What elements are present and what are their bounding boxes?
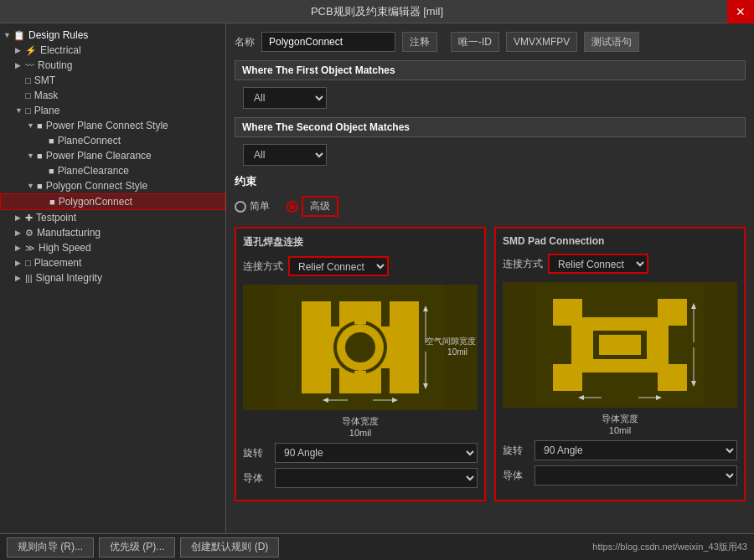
smd-pad-col: SMD Pad Connection 连接方式 Relief Connect: [494, 227, 746, 501]
tree-label: Signal Integrity: [36, 272, 102, 284]
tree-item-power-plane-connect[interactable]: ▼ ■ Power Plane Connect Style: [0, 118, 225, 133]
uid-label: 唯一-ID: [451, 32, 499, 52]
tree-item-mask[interactable]: □ Mask: [0, 88, 225, 103]
signal-integrity-icon: |||: [25, 273, 33, 283]
tree-item-high-speed[interactable]: ▶ ≫ High Speed: [0, 240, 225, 255]
tree-item-placement[interactable]: ▶ □ Placement: [0, 255, 225, 270]
uid-value: VMVXMFPV: [506, 32, 577, 52]
rotation-select2[interactable]: 90 Angle: [535, 440, 737, 460]
first-match-select[interactable]: All: [243, 87, 327, 109]
manufacturing-icon: ⚙: [25, 228, 34, 239]
tree-label: PlaneClearance: [58, 165, 129, 177]
smd-connect-label: 连接方式: [503, 257, 543, 271]
tree-label: Placement: [34, 257, 82, 269]
conductor-width-value2: 10mil: [503, 425, 737, 435]
tree-label: Electrical: [40, 44, 81, 56]
second-match-select[interactable]: All: [243, 144, 327, 166]
tree-arrow: ▼: [27, 152, 37, 160]
electrical-icon: ⚡: [25, 45, 37, 56]
through-connect-row: 连接方式 Relief Connect: [243, 256, 478, 276]
tree-arrow: ▶: [15, 274, 25, 282]
pcs-icon: ■: [37, 181, 43, 191]
first-match-header: Where The First Object Matches: [235, 60, 746, 80]
radio-simple[interactable]: 简单: [235, 199, 270, 213]
high-speed-icon: ≫: [25, 243, 35, 254]
tree-item-planeconnect[interactable]: ■ PlaneConnect: [0, 133, 225, 148]
guide-select2[interactable]: [535, 465, 737, 486]
guide-row2: 导体: [503, 465, 737, 486]
test-button[interactable]: 测试语句: [584, 32, 639, 52]
tree-item-polygon-connect-style[interactable]: ▼ ■ Polygon Connect Style: [0, 178, 225, 193]
first-match-row: All: [235, 87, 746, 109]
radio-advanced-label: 高级: [302, 196, 338, 217]
close-button[interactable]: ✕: [727, 0, 754, 23]
rules-wizard-button[interactable]: 规则向导 (R)...: [7, 537, 94, 557]
tree-item-plane[interactable]: ▼ □ Plane: [0, 103, 225, 118]
ppcl-icon: ■: [37, 151, 43, 161]
radio-group: 简单 高级: [235, 196, 746, 217]
svg-rect-4: [331, 368, 339, 393]
tree-arrow: [15, 76, 25, 85]
guide-select1[interactable]: [275, 468, 478, 488]
planeconnect-icon: ■: [49, 136, 54, 146]
rotation-label1: 旋转: [243, 446, 270, 460]
planeclearance-icon: ■: [49, 166, 54, 176]
svg-rect-25: [553, 326, 571, 364]
svg-rect-23: [582, 299, 658, 317]
second-match-header: Where The Second Object Matches: [235, 117, 746, 137]
radio-advanced-circle: [287, 201, 298, 213]
tree-arrow: ▶: [15, 213, 25, 222]
tree-item-planeclearance[interactable]: ■ PlaneClearance: [0, 163, 225, 178]
tree-item-manufacturing[interactable]: ▶ ⚙ Manufacturing: [0, 225, 225, 240]
tree-item-signal-integrity[interactable]: ▶ ||| Signal Integrity: [0, 270, 225, 285]
through-connect-select[interactable]: Relief Connect: [288, 256, 389, 276]
guide-row1: 导体: [243, 468, 478, 488]
tree-arrow: ▶: [15, 61, 25, 69]
tree-label: PolygonConnect: [59, 196, 132, 208]
polygonconnect-icon: ■: [49, 197, 55, 207]
design-rules-icon: 📋: [13, 30, 25, 41]
tree-arrow: ▶: [15, 46, 25, 54]
bottom-bar: 规则向导 (R)... 优先级 (P)... 创建默认规则 (D) https:…: [0, 533, 754, 560]
air-gap-label: 空气间隙宽度: [426, 336, 476, 347]
tree-item-smt[interactable]: □ SMT: [0, 73, 225, 88]
tree-item-electrical[interactable]: ▶ ⚡ Electrical: [0, 43, 225, 58]
tree-item-power-plane-clearance[interactable]: ▼ ■ Power Plane Clearance: [0, 148, 225, 163]
name-row: 名称 注释 唯一-ID VMVXMFPV 测试语句: [235, 32, 746, 52]
tree-item-design-rules[interactable]: ▼ 📋 Design Rules: [0, 28, 225, 43]
tree-label: Power Plane Clearance: [46, 150, 152, 162]
smd-connect-select[interactable]: Relief Connect: [548, 254, 648, 274]
priority-button[interactable]: 优先级 (P)...: [99, 537, 175, 557]
guide-label2: 导体: [503, 469, 529, 483]
svg-rect-5: [381, 368, 390, 393]
smd-pad-title: SMD Pad Connection: [503, 235, 737, 247]
name-label: 名称: [235, 35, 255, 49]
name-input[interactable]: [261, 32, 395, 52]
svg-rect-2: [331, 301, 339, 326]
tree-item-routing[interactable]: ▶ 〰 Routing: [0, 58, 225, 73]
conductor-width-label1: 导体宽度: [243, 415, 478, 428]
second-match-row: All: [235, 144, 746, 166]
rotation-select1[interactable]: 90 Angle: [275, 443, 478, 463]
left-panel: ▼ 📋 Design Rules ▶ ⚡ Electrical ▶ 〰 Rout…: [0, 23, 226, 533]
tree-arrow: [15, 91, 25, 100]
placement-icon: □: [25, 258, 31, 268]
tree-label: PlaneConnect: [58, 135, 121, 146]
testpoint-icon: ✚: [25, 213, 33, 223]
tree-label: Routing: [38, 59, 72, 71]
through-hole-graphic: [243, 285, 478, 410]
mask-icon: □: [25, 90, 31, 100]
radio-simple-label: 简单: [250, 199, 270, 213]
tree-arrow: ▼: [27, 121, 37, 130]
comment-button[interactable]: 注释: [402, 32, 437, 52]
tree-arrow: [39, 167, 49, 175]
radio-advanced[interactable]: 高级: [287, 196, 338, 217]
tree-label: Polygon Connect Style: [46, 180, 147, 192]
status-text: https://blog.csdn.net/weixin_43版用43: [284, 541, 747, 553]
tree-arrow: ▶: [15, 244, 25, 252]
create-default-rules-button[interactable]: 创建默认规则 (D): [180, 537, 279, 557]
tree-label: Plane: [34, 105, 60, 116]
tree-item-polygonconnect[interactable]: ■ PolygonConnect: [0, 193, 225, 210]
pad-columns: 通孔焊盘连接 连接方式 Relief Connect: [235, 227, 746, 501]
tree-item-testpoint[interactable]: ▶ ✚ Testpoint: [0, 210, 225, 225]
